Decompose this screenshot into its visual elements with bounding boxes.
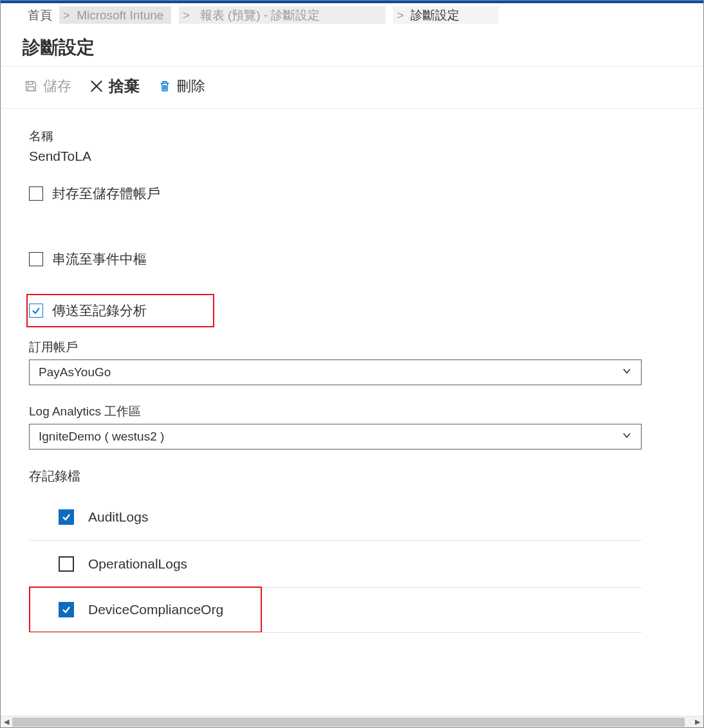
chevron-down-icon — [622, 430, 632, 444]
devicecomp-checkbox[interactable] — [59, 602, 74, 617]
workspace-value: IgniteDemo ( westus2 ) — [39, 430, 622, 444]
log-item-audit[interactable]: AuditLogs — [29, 494, 642, 541]
audit-checkbox[interactable] — [59, 509, 74, 525]
send-la-checkbox-row[interactable]: 傳送至記錄分析 — [26, 294, 214, 327]
scrollbar-track[interactable] — [12, 716, 692, 728]
scrollbar-thumb[interactable] — [12, 718, 685, 727]
breadcrumb: 首頁 > Microsoft Intune > 報表 (預覽) - 診斷設定 >… — [1, 1, 703, 24]
send-la-label: 傳送至記錄分析 — [52, 302, 147, 320]
scroll-right-arrow-icon[interactable]: ▶ — [692, 716, 703, 728]
chevron-right-icon: > — [397, 8, 404, 22]
log-item-operational[interactable]: OperationalLogs — [29, 541, 642, 588]
discard-icon — [89, 79, 104, 93]
horizontal-scrollbar[interactable]: ◀ ▶ — [1, 716, 703, 727]
chevron-right-icon: > — [183, 8, 190, 22]
subscription-select[interactable]: PayAsYouGo — [29, 359, 642, 385]
breadcrumb-home[interactable]: 首頁 — [28, 8, 52, 22]
workspace-select[interactable]: IgniteDemo ( westus2 ) — [29, 424, 642, 450]
scroll-left-arrow-icon[interactable]: ◀ — [1, 716, 12, 728]
audit-label: AuditLogs — [88, 509, 148, 525]
name-value: SendToLA — [29, 149, 680, 164]
operational-checkbox[interactable] — [59, 556, 74, 572]
page-title: 診斷設定 — [23, 35, 680, 60]
title-row: 診斷設定 — [1, 24, 703, 67]
svg-rect-3 — [28, 87, 33, 91]
stream-checkbox-row[interactable]: 串流至事件中樞 — [29, 245, 680, 273]
archive-checkbox[interactable] — [29, 187, 43, 201]
name-label: 名稱 — [29, 128, 680, 145]
discard-button[interactable]: 捨棄 — [89, 76, 140, 96]
log-item-devicecomp[interactable]: DeviceComplianceOrg — [29, 587, 262, 633]
chevron-right-icon: > — [63, 8, 70, 22]
log-list: AuditLogs OperationalLogs DeviceComplian… — [29, 494, 642, 633]
delete-label: 刪除 — [177, 77, 205, 96]
breadcrumb-current: 診斷設定 — [411, 8, 459, 22]
chevron-down-icon — [622, 365, 632, 379]
toolbar: 儲存 捨棄 刪除 — [1, 67, 703, 109]
breadcrumb-intune[interactable]: Microsoft Intune — [77, 8, 163, 22]
subscription-value: PayAsYouGo — [39, 365, 622, 379]
breadcrumb-reports[interactable]: 報表 (預覽) - 診斷設定 — [200, 8, 320, 22]
stream-checkbox[interactable] — [29, 252, 43, 266]
save-icon — [24, 79, 38, 93]
close-button[interactable] — [680, 36, 688, 59]
svg-rect-2 — [28, 82, 32, 85]
save-button[interactable]: 儲存 — [24, 77, 71, 96]
send-la-checkbox[interactable] — [29, 304, 43, 318]
save-label: 儲存 — [43, 77, 71, 96]
discard-label: 捨棄 — [109, 76, 140, 96]
stream-label: 串流至事件中樞 — [52, 250, 147, 268]
subscription-label: 訂用帳戶 — [29, 339, 680, 356]
workspace-label: Log Analytics 工作區 — [29, 403, 680, 420]
operational-label: OperationalLogs — [88, 556, 187, 572]
delete-button[interactable]: 刪除 — [158, 77, 205, 96]
archive-checkbox-row[interactable]: 封存至儲存體帳戶 — [29, 179, 680, 208]
log-header: 存記錄檔 — [29, 468, 680, 485]
devicecomp-label: DeviceComplianceOrg — [88, 602, 223, 617]
archive-label: 封存至儲存體帳戶 — [52, 185, 160, 203]
delete-icon — [158, 79, 172, 93]
form-body: 名稱 SendToLA 封存至儲存體帳戶 串流至事件中樞 傳送至記錄分析 訂用帳… — [1, 109, 703, 728]
